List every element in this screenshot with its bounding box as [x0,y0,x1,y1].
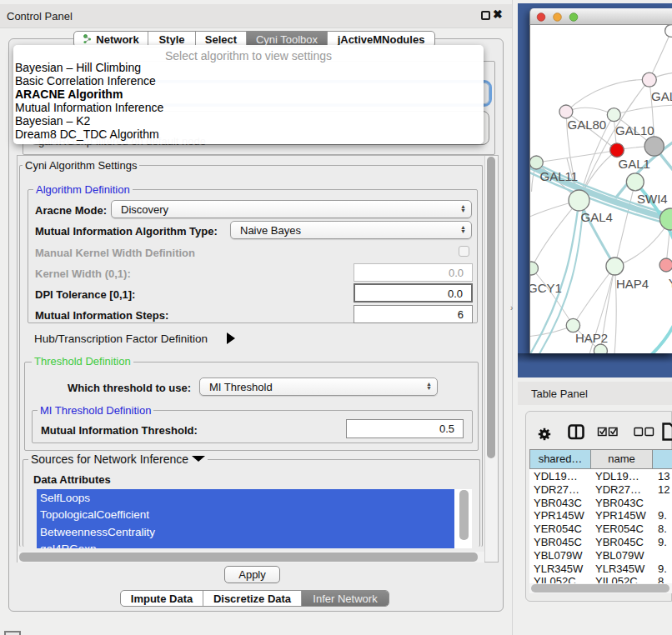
svg-text:GCY1: GCY1 [530,281,562,295]
svg-text:HAP2: HAP2 [575,331,608,345]
svg-text:SWI4: SWI4 [637,192,668,206]
svg-text:GAL1: GAL1 [619,157,650,171]
svg-text:GAL11: GAL11 [540,169,579,183]
svg-text:GAL10: GAL10 [615,123,654,138]
svg-text:GAL7: GAL7 [651,89,672,103]
svg-text:GAL4: GAL4 [581,210,613,224]
svg-text:Y: Y [669,276,672,290]
svg-text:HAP4: HAP4 [616,277,649,291]
svg-text:GAL80: GAL80 [568,118,607,132]
